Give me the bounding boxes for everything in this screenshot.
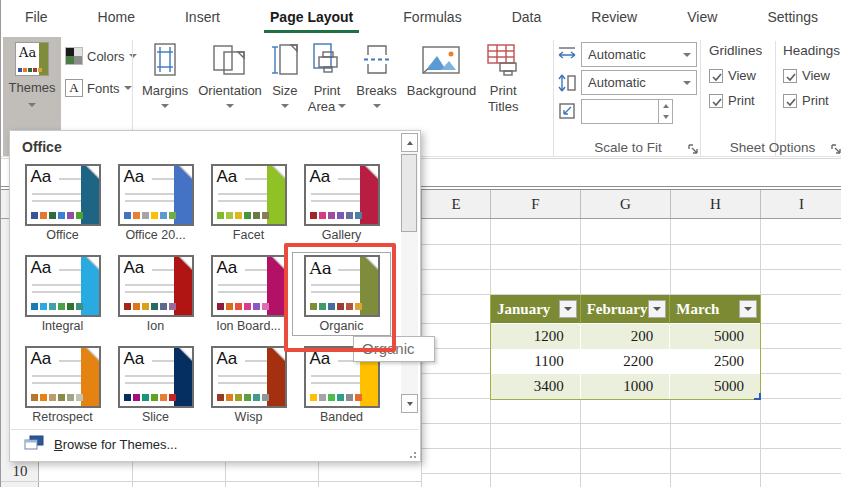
gridlines-print-checkbox[interactable]: Print bbox=[709, 93, 762, 108]
table-header-february[interactable]: February bbox=[581, 295, 671, 324]
tab-home[interactable]: Home bbox=[98, 0, 135, 34]
scale-to-fit-group: Automatic Automatic Scale to Fit bbox=[557, 37, 699, 157]
browse-themes-icon bbox=[24, 435, 44, 454]
filter-button[interactable] bbox=[739, 300, 757, 318]
tab-settings[interactable]: Settings bbox=[767, 0, 818, 34]
theme-color-swatch bbox=[49, 394, 56, 401]
scroll-down-button[interactable] bbox=[401, 394, 418, 413]
theme-color-swatch bbox=[169, 212, 176, 219]
theme-color-swatch bbox=[253, 394, 260, 401]
gridlines-view-checkbox[interactable]: View bbox=[709, 68, 762, 83]
column-header-i[interactable]: I bbox=[760, 190, 841, 218]
colors-label: Colors bbox=[87, 49, 125, 64]
tab-review[interactable]: Review bbox=[591, 0, 637, 34]
group-separator bbox=[553, 40, 554, 156]
theme-color-swatch bbox=[226, 303, 233, 310]
scale-to-fit-label: Scale to Fit bbox=[557, 140, 699, 155]
group-separator bbox=[700, 40, 701, 156]
scroll-up-button[interactable] bbox=[401, 133, 418, 152]
filter-button[interactable] bbox=[648, 300, 666, 318]
menu-separator bbox=[11, 429, 419, 430]
gridlines-label: Gridlines bbox=[709, 43, 762, 58]
resize-grip-icon[interactable] bbox=[408, 450, 416, 458]
cell[interactable]: 5000 bbox=[670, 374, 760, 399]
theme-color-swatch bbox=[160, 394, 167, 401]
column-header-e[interactable]: E bbox=[421, 190, 490, 218]
table-resize-handle[interactable] bbox=[754, 393, 761, 400]
theme-color-swatch bbox=[217, 212, 224, 219]
print-area-icon bbox=[312, 39, 342, 81]
cell[interactable]: 1000 bbox=[581, 374, 671, 399]
print-titles-button[interactable]: Print Titles bbox=[481, 37, 525, 116]
row-header-10[interactable]: 10 bbox=[1, 461, 39, 481]
theme-color-swatch bbox=[76, 394, 83, 401]
fonts-button[interactable]: A Fonts bbox=[65, 76, 132, 100]
cell[interactable]: 2500 bbox=[670, 349, 760, 374]
chevron-down-icon bbox=[683, 53, 691, 57]
chevron-down-icon bbox=[161, 104, 169, 108]
cell[interactable]: 2200 bbox=[581, 349, 671, 374]
orientation-button[interactable]: Orientation bbox=[193, 37, 267, 116]
gallery-scrollbar[interactable] bbox=[401, 133, 418, 413]
tab-file[interactable]: File bbox=[25, 0, 48, 34]
column-header-h[interactable]: H bbox=[670, 190, 760, 218]
theme-item-ion-boardroom[interactable]: Aa Ion Board... bbox=[202, 255, 295, 333]
themes-icon: Aa bbox=[15, 42, 49, 76]
headings-print-checkbox[interactable]: Print bbox=[783, 93, 840, 108]
table-header-march[interactable]: March bbox=[670, 295, 760, 324]
tab-insert[interactable]: Insert bbox=[185, 0, 220, 34]
breaks-icon bbox=[363, 39, 391, 81]
theme-color-swatch bbox=[235, 394, 242, 401]
theme-item-office[interactable]: Aa Office bbox=[16, 164, 109, 242]
theme-color-swatch bbox=[40, 303, 47, 310]
headings-view-checkbox[interactable]: View bbox=[783, 68, 840, 83]
theme-thumbnail: Aa bbox=[118, 164, 194, 226]
theme-item-office-2007[interactable]: Aa Office 20... bbox=[109, 164, 202, 242]
theme-item-gallery[interactable]: Aa Gallery bbox=[295, 164, 388, 242]
theme-item-integral[interactable]: Aa Integral bbox=[16, 255, 109, 333]
cell[interactable]: 5000 bbox=[670, 324, 760, 349]
margins-button[interactable]: Margins bbox=[137, 37, 193, 116]
scale-height-select[interactable]: Automatic bbox=[581, 70, 697, 95]
browse-for-themes-item[interactable]: Browse for Themes... bbox=[24, 435, 177, 454]
theme-color-swatch bbox=[226, 212, 233, 219]
theme-thumbnail: Aa bbox=[211, 346, 287, 408]
table-row: 3400 1000 5000 bbox=[491, 374, 760, 399]
dialog-launcher-icon[interactable] bbox=[687, 141, 699, 153]
cell[interactable]: 1100 bbox=[491, 349, 581, 374]
cell[interactable]: 200 bbox=[581, 324, 671, 349]
background-button[interactable]: Background bbox=[402, 37, 481, 116]
theme-item-retrospect[interactable]: Aa Retrospect bbox=[16, 346, 109, 424]
breaks-button[interactable]: Breaks bbox=[351, 37, 401, 116]
theme-color-swatch bbox=[76, 212, 83, 219]
theme-item-wisp[interactable]: Aa Wisp bbox=[202, 346, 295, 424]
colors-button[interactable]: Colors bbox=[65, 44, 137, 68]
scrollbar-thumb[interactable] bbox=[401, 154, 417, 232]
scale-width-select[interactable]: Automatic bbox=[581, 42, 697, 67]
background-icon bbox=[421, 39, 461, 81]
dialog-launcher-icon[interactable] bbox=[830, 141, 841, 153]
size-button[interactable]: Size bbox=[267, 37, 303, 116]
filter-button[interactable] bbox=[559, 300, 577, 318]
tab-view[interactable]: View bbox=[687, 0, 717, 34]
theme-color-swatch bbox=[49, 303, 56, 310]
spinner-arrows[interactable] bbox=[658, 100, 672, 123]
theme-color-swatch bbox=[124, 394, 131, 401]
tab-page-layout[interactable]: Page Layout bbox=[270, 0, 353, 34]
tab-data[interactable]: Data bbox=[512, 0, 542, 34]
cell[interactable]: 3400 bbox=[491, 374, 581, 399]
scale-spinner[interactable] bbox=[581, 99, 673, 124]
theme-color-swatch bbox=[151, 394, 158, 401]
column-header-g[interactable]: G bbox=[580, 190, 670, 218]
theme-color-swatch bbox=[31, 212, 38, 219]
theme-item-facet[interactable]: Aa Facet bbox=[202, 164, 295, 242]
cell[interactable]: 1200 bbox=[491, 324, 581, 349]
tab-formulas[interactable]: Formulas bbox=[403, 0, 461, 34]
column-header-f[interactable]: F bbox=[490, 190, 580, 218]
theme-item-slice[interactable]: Aa Slice bbox=[109, 346, 202, 424]
table-header-january[interactable]: January bbox=[491, 295, 581, 324]
theme-color-swatch bbox=[217, 303, 224, 310]
theme-color-swatch bbox=[319, 212, 326, 219]
theme-item-ion[interactable]: Aa Ion bbox=[109, 255, 202, 333]
print-area-button[interactable]: Print Area bbox=[303, 37, 351, 116]
